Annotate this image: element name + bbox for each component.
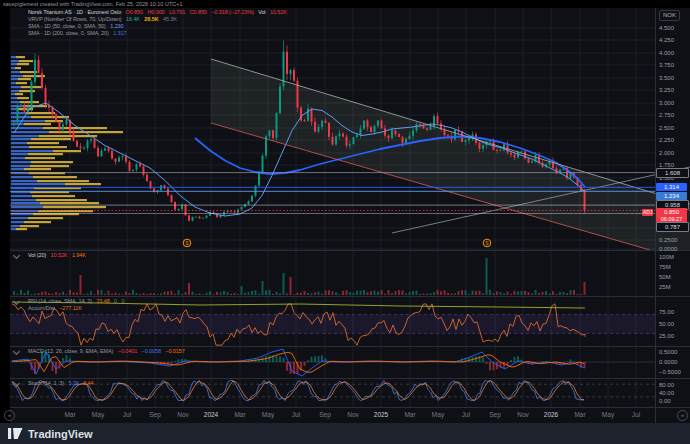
time-label-year: 2026 — [544, 411, 558, 418]
time-scale[interactable]: « » MarMayJulSepNov2024MarMayJulSepNov20… — [0, 408, 690, 423]
ohlc-high: H0.900 — [147, 9, 164, 15]
scroll-right-button[interactable]: » — [677, 410, 688, 421]
currency-label: NOK — [659, 10, 680, 21]
time-label-month: Jul — [123, 411, 131, 418]
rsi-value: 23.48 — [96, 298, 109, 304]
adjusted-data-badge[interactable]: ADJ — [642, 209, 653, 216]
time-label-month: Mar — [404, 411, 415, 418]
time-label-year: 2024 — [204, 411, 218, 418]
pane-separator[interactable] — [10, 378, 690, 379]
axis-tick-label: 2.500 — [659, 125, 674, 132]
volume-legend[interactable]: Vol (20) 10.52K 1.94K — [28, 252, 89, 259]
axis-tick-label: 3.250 — [659, 87, 674, 94]
tradingview-logo-icon[interactable] — [8, 428, 23, 439]
axis-tick-label: 25.00 — [659, 333, 674, 340]
scroll-left-button[interactable]: « — [4, 410, 15, 421]
accum-dist-value: −277.11K — [59, 305, 82, 311]
stoch-k-value: 5.39 — [68, 380, 78, 386]
time-label-month: May — [92, 411, 104, 418]
macd-legend[interactable]: MACD (12, 26, close, 9, EMA, EMA) −0.040… — [28, 348, 188, 355]
axis-tick-label: 50M — [659, 274, 671, 281]
attribution-bar: savepiglemest created with TradingView.c… — [0, 0, 690, 8]
price-label-0.787: 0.787 — [656, 222, 689, 232]
sma200-legend[interactable]: SMA - 1D (200, close, 0, SMA, 20) 1.317 — [28, 30, 129, 37]
vol-label: Vol — [258, 9, 265, 15]
tradingview-published-chart: savepiglemest created with TradingView.c… — [0, 0, 690, 444]
sma200-value: 1.317 — [113, 30, 126, 36]
main-symbol-legend[interactable]: Norsk Titanium AS · 1D · Euronext Oslo O… — [28, 9, 290, 16]
axis-tick-label: 4.250 — [659, 37, 674, 44]
change-value: −0.318 (−27.23%) — [211, 9, 253, 15]
time-label-month: Nov — [517, 411, 529, 418]
time-label-month: May — [262, 411, 274, 418]
axis-tick-label: 2.250 — [659, 137, 674, 144]
rsi-legend[interactable]: RSI (14, close, SMA, 14, 2) 23.48 0 0 — [28, 298, 127, 305]
ohlc-low: L0.791 — [169, 9, 185, 15]
stoch-legend[interactable]: Stoch (14, 1, 3) 5.39 6.44 — [28, 380, 97, 387]
ohlc-open: O0.850 — [126, 9, 143, 15]
stoch-d-value: 6.44 — [83, 380, 93, 386]
ohlc-close: C0.850 — [190, 9, 207, 15]
pane-separator[interactable] — [10, 250, 690, 251]
axis-tick-label: 75.00 — [659, 309, 674, 316]
axis-tick-label: 4.500 — [659, 25, 674, 32]
axis-tick-label: 0.2500 — [659, 237, 677, 244]
volume-ma-value: 1.94K — [72, 252, 86, 258]
time-label-month: May — [602, 411, 614, 418]
axis-tick-label: 2.750 — [659, 112, 674, 119]
time-label-month: Jul — [632, 411, 640, 418]
time-label-month: Sep — [319, 411, 331, 418]
time-label-month: Jul — [462, 411, 470, 418]
axis-tick-label: −0.5000 — [659, 369, 681, 376]
time-label-month: Nov — [177, 411, 189, 418]
price-label-1.234: 1.234 — [656, 192, 687, 200]
tradingview-brand-text[interactable]: TradingView — [28, 428, 93, 440]
time-label-month: Sep — [149, 411, 161, 418]
axis-tick-label: 0.5000 — [659, 349, 677, 356]
macd-signal-value: −0.0157 — [165, 348, 184, 354]
time-label-year: 2025 — [374, 411, 388, 418]
axis-tick-label: 3.500 — [659, 75, 674, 82]
sma50-value: 1.230 — [110, 23, 123, 29]
price-label-1.608: 1.608 — [656, 168, 689, 178]
accum-dist-legend[interactable]: Accum/Dist −277.11K — [28, 305, 85, 312]
axis-tick-label: 75M — [659, 264, 671, 271]
symbol-title[interactable]: Norsk Titanium AS · 1D · Euronext Oslo — [28, 9, 121, 15]
price-label-0.850: 0.85006:09:27 — [656, 208, 687, 223]
time-label-month: May — [432, 411, 444, 418]
time-label-month: Jul — [292, 411, 300, 418]
time-label-month: Nov — [347, 411, 359, 418]
axis-tick-label: 4.000 — [659, 50, 674, 57]
vrvp-up-value: 16.4K — [126, 16, 140, 22]
axis-tick-label: 40.00 — [659, 390, 674, 397]
price-label-1.314: 1.314 — [656, 183, 687, 191]
axis-tick-label: 80.00 — [659, 382, 674, 389]
macd-hist-value: −0.0401 — [118, 348, 137, 354]
time-label-month: Mar — [574, 411, 585, 418]
axis-tick-label: 0.0000 — [659, 246, 677, 253]
footer-bar: TradingView — [0, 423, 690, 444]
axis-tick-label: 50.00 — [659, 321, 674, 328]
pane-separator[interactable] — [10, 346, 690, 347]
axis-tick-label: 3.000 — [659, 100, 674, 107]
macd-value: −0.0058 — [142, 348, 161, 354]
axis-tick-label: 0.0000 — [659, 359, 677, 366]
time-label-month: Mar — [234, 411, 245, 418]
axis-tick-label: 100M — [659, 254, 674, 261]
price-scale[interactable]: NOK 4.5004.2504.0003.7503.5003.2503.0002… — [655, 8, 690, 423]
pane-separator[interactable] — [10, 296, 690, 297]
sma50-legend[interactable]: SMA - 1D (50, close, 0, SMA, 50) 1.230 — [28, 23, 127, 30]
axis-tick-label: 3.750 — [659, 62, 674, 69]
axis-tick-label: 2.000 — [659, 150, 674, 157]
vrvp-total-value: 45.3K — [163, 16, 177, 22]
vrvp-poc-value: 28.5K — [144, 16, 158, 22]
axis-tick-label: 25M — [659, 284, 671, 291]
axis-tick-label: 0.00 — [659, 398, 671, 405]
volume-value: 10.52K — [51, 252, 68, 258]
time-label-month: Mar — [64, 411, 75, 418]
time-label-month: Sep — [489, 411, 501, 418]
vol-value: 10.52K — [270, 9, 287, 15]
vrvp-legend[interactable]: VRVP (Number Of Rows, 70, Up/Down) 16.4K… — [28, 16, 180, 23]
